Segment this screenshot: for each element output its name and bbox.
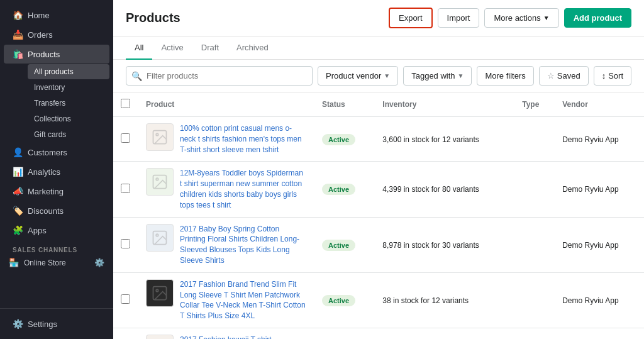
th-vendor: Vendor — [555, 92, 644, 117]
sidebar-sub-transfers[interactable]: Transfers — [28, 96, 109, 111]
settings-gear-icon: ⚙️ — [13, 319, 23, 329]
analytics-icon: 📊 — [13, 167, 23, 177]
home-icon: 🏠 — [13, 10, 23, 20]
row-product-cell: 2017 Baby Boy Spring Cotton Printing Flo… — [138, 217, 314, 272]
product-thumbnail — [146, 168, 174, 196]
sidebar-item-customers[interactable]: 👤 Customers — [4, 143, 109, 162]
vendor-name: Demo Ryviu App — [562, 296, 618, 305]
settings-section: ⚙️ Settings — [0, 308, 113, 339]
export-button[interactable]: Export — [389, 8, 433, 28]
row-checkbox-3[interactable] — [121, 239, 130, 248]
row-inventory-cell: 4,399 in stock for 80 variants — [375, 162, 514, 217]
product-vendor-filter[interactable]: Product vendor ▼ — [318, 66, 398, 86]
more-actions-button[interactable]: More actions ▼ — [484, 8, 558, 28]
th-checkbox — [113, 92, 138, 117]
tab-active[interactable]: Active — [152, 36, 192, 60]
row-product-cell: 12M-8years Toddler boys Spiderman t shir… — [138, 162, 314, 217]
sidebar-item-discounts[interactable]: 🏷️ Discounts — [4, 201, 109, 220]
sidebar-item-apps[interactable]: 🧩 Apps — [4, 221, 109, 240]
row-type-cell — [514, 272, 555, 328]
table-row: 2017 Fashion Brand Trend Slim Fit Long S… — [113, 272, 644, 328]
main-content: Products Export Import More actions ▼ Ad… — [113, 0, 644, 339]
sidebar-item-products[interactable]: 🛍️ Products — [4, 45, 109, 64]
sidebar-sub-collections[interactable]: Collections — [28, 111, 109, 126]
sidebar-item-home[interactable]: 🏠 Home — [4, 6, 109, 25]
row-product-cell: 2017 Fashion kawaii T shirt — [138, 328, 314, 339]
search-icon: 🔍 — [131, 71, 142, 81]
inventory-count: 38 in stock for 12 variants — [382, 296, 469, 305]
topbar: Products Export Import More actions ▼ Ad… — [113, 0, 644, 36]
more-actions-label: More actions — [494, 13, 540, 23]
tagged-chevron-icon: ▼ — [458, 72, 464, 79]
online-store-row: 🏪 Online Store ⚙️ — [0, 256, 113, 269]
row-checkbox-4[interactable] — [121, 294, 130, 304]
more-filters-button[interactable]: More filters — [477, 66, 533, 86]
sidebar-item-orders[interactable]: 📥 Orders — [4, 25, 109, 44]
sidebar-label-discounts: Discounts — [28, 206, 64, 216]
product-name[interactable]: 2017 Fashion Brand Trend Slim Fit Long S… — [180, 279, 307, 321]
saved-button[interactable]: ☆ Saved — [539, 66, 589, 86]
table-row: 12M-8years Toddler boys Spiderman t shir… — [113, 162, 644, 217]
import-button[interactable]: Import — [438, 8, 480, 28]
sidebar-label-products: Products — [28, 50, 60, 59]
select-all-checkbox[interactable] — [121, 99, 130, 108]
sidebar-item-analytics[interactable]: 📊 Analytics — [4, 162, 109, 181]
vendor-name: Demo Ryviu App — [562, 241, 618, 250]
inventory-count: 8,978 in stock for 30 variants — [382, 241, 479, 250]
status-badge: Active — [322, 184, 355, 195]
sidebar-sub-products: All products Inventory Transfers Collect… — [0, 64, 113, 142]
row-inventory-cell: 3,600 in stock for 12 variants — [375, 117, 514, 162]
row-vendor-cell: Demo Ryviu App — [555, 272, 644, 328]
row-checkbox-cell — [113, 328, 138, 339]
add-product-button[interactable]: Add product — [564, 8, 631, 28]
status-badge: Active — [322, 295, 355, 306]
sidebar-label-apps: Apps — [28, 226, 47, 235]
row-checkbox-cell — [113, 117, 138, 162]
discounts-icon: 🏷️ — [13, 206, 23, 216]
sidebar-label-customers: Customers — [28, 148, 67, 157]
row-checkbox-1[interactable] — [121, 133, 130, 143]
th-status: Status — [314, 92, 375, 117]
sidebar-label-marketing: Marketing — [28, 187, 64, 196]
star-icon: ☆ — [547, 71, 555, 81]
row-vendor-cell: Demo Ryviu App — [555, 117, 644, 162]
tagged-with-filter[interactable]: Tagged with ▼ — [403, 66, 472, 86]
orders-icon: 📥 — [13, 30, 23, 40]
sidebar-sub-inventory[interactable]: Inventory — [28, 80, 109, 95]
row-vendor-cell — [555, 328, 644, 339]
products-table: Product Status Inventory Type Vendor — [113, 92, 644, 339]
product-name[interactable]: 100% cotton print casual mens o-neck t s… — [180, 123, 307, 155]
tab-draft[interactable]: Draft — [192, 36, 228, 60]
sort-arrows-icon: ↕ — [602, 71, 606, 81]
search-input[interactable] — [126, 66, 313, 86]
online-store-label[interactable]: Online Store — [24, 258, 66, 267]
svg-point-3 — [156, 179, 158, 181]
sidebar-settings-label: Settings — [28, 320, 57, 329]
product-name[interactable]: 12M-8years Toddler boys Spiderman t shir… — [180, 168, 307, 210]
vendor-name: Demo Ryviu App — [562, 135, 618, 144]
tab-all[interactable]: All — [126, 36, 152, 60]
tabs-bar: All Active Draft Archived — [113, 36, 644, 60]
search-wrap: 🔍 — [126, 66, 313, 86]
row-type-cell — [514, 162, 555, 217]
row-type-cell — [514, 217, 555, 272]
row-inventory-cell: 8,978 in stock for 30 variants — [375, 217, 514, 272]
product-name[interactable]: 2017 Fashion kawaii T shirt — [180, 335, 272, 339]
filters-row: 🔍 Product vendor ▼ Tagged with ▼ More fi… — [113, 60, 644, 92]
marketing-icon: 📣 — [13, 186, 23, 196]
product-thumbnail — [146, 335, 174, 339]
sidebar-item-marketing[interactable]: 📣 Marketing — [4, 182, 109, 201]
sort-label: Sort — [608, 71, 623, 81]
sidebar-label-orders: Orders — [28, 30, 53, 40]
tab-archived[interactable]: Archived — [228, 36, 277, 60]
product-name[interactable]: 2017 Baby Boy Spring Cotton Printing Flo… — [180, 224, 307, 266]
products-icon: 🛍️ — [13, 49, 23, 59]
row-status-cell: Active — [314, 217, 375, 272]
sidebar-item-settings[interactable]: ⚙️ Settings — [4, 314, 109, 333]
settings-icon[interactable]: ⚙️ — [94, 258, 104, 267]
row-checkbox-2[interactable] — [121, 184, 130, 193]
product-thumbnail — [146, 224, 174, 252]
sort-button[interactable]: ↕ Sort — [594, 66, 631, 86]
sidebar-sub-gift-cards[interactable]: Gift cards — [28, 127, 109, 142]
sidebar-sub-all-products[interactable]: All products — [28, 64, 109, 79]
